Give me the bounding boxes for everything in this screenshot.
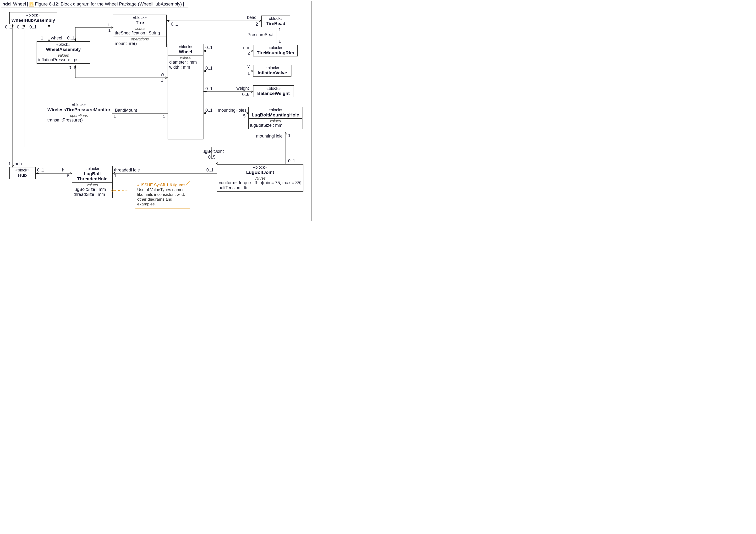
role: threadedHole <box>114 168 140 173</box>
role: wheel <box>51 36 62 41</box>
mult: 1 <box>248 71 250 76</box>
operation-row: transmitPressure() <box>47 118 110 123</box>
stereo: «block» <box>219 165 302 170</box>
mult: 1 <box>288 133 290 138</box>
block-name: TireMountingRim <box>255 50 296 55</box>
role: bead <box>247 15 256 20</box>
block-name: Tire <box>115 20 165 25</box>
package-icon <box>29 2 34 7</box>
role: weight <box>236 86 249 91</box>
stereo: «block» <box>115 15 165 20</box>
mult: 5 <box>67 173 69 179</box>
stereo: «block» <box>255 66 290 70</box>
value-row: lugBoltSize : mm <box>74 187 111 192</box>
mult: 0..1 <box>205 108 213 113</box>
compartment-label: values <box>74 183 111 187</box>
mult: 1 <box>8 161 11 166</box>
mult: 1 <box>41 36 43 41</box>
issue-note: «!ISSUE SysML1.6 figure» Use of ValueTyp… <box>135 181 190 209</box>
block-name: WheelAssembly <box>38 47 89 52</box>
block-name: TireBead <box>263 21 288 26</box>
block-lugboltthreadedhole: «block» LugBolt ThreadedHole values lugB… <box>72 166 113 198</box>
role: t <box>108 22 110 27</box>
role: v <box>248 64 250 69</box>
mult: 1 <box>161 78 163 83</box>
stereo: «block» <box>11 168 34 173</box>
compartment-label: operations <box>115 37 165 41</box>
block-name: Hub <box>11 173 34 178</box>
block-tire: «block» Tire values tireSpecification : … <box>113 14 167 47</box>
block-name: LugBolt ThreadedHole <box>74 171 111 182</box>
value-row: width : mm <box>169 65 202 70</box>
mult: 0..6 <box>242 92 249 97</box>
mult: 0..1 <box>205 86 213 91</box>
value-row: boltTension : lb <box>219 185 302 190</box>
block-name: LugBoltJoint <box>219 170 302 175</box>
value-row: lugBoltSize : mm <box>250 123 301 128</box>
block-name: WheelHubAssembly <box>11 18 55 23</box>
stereo: «block» <box>74 166 111 171</box>
compartment-label: values <box>169 56 202 60</box>
block-name: WirelessTirePressureMonitor <box>47 107 110 112</box>
mult: 1 <box>279 39 281 44</box>
block-tiremountingrim: «block» TireMountingRim <box>253 45 298 56</box>
role: rim <box>243 45 249 50</box>
mult: 0..1 <box>5 25 12 30</box>
frame-package: Wheel <box>13 1 26 7</box>
mult: 1 <box>114 114 116 119</box>
mult: 0..1 <box>288 158 295 164</box>
mult: 0..1 <box>68 65 76 70</box>
frame-bracket-open: [ <box>27 1 28 7</box>
stereo: «block» <box>255 86 292 91</box>
note-body: Use of ValueTypes named like units incon… <box>137 187 188 207</box>
stereo: «block» <box>47 102 110 107</box>
stereo: «block» <box>11 13 55 18</box>
note-corner-icon <box>186 181 190 185</box>
compartment-label: operations <box>47 114 110 118</box>
frame-bracket-close: ] <box>183 1 184 7</box>
value-row: diameter : mm <box>169 60 202 65</box>
compartment-label: values <box>115 27 165 31</box>
role: h <box>62 168 64 173</box>
block-wtpm: «block» WirelessTirePressureMonitor oper… <box>46 102 112 124</box>
stereo: «block» <box>255 45 296 50</box>
mult: 1 <box>114 173 117 179</box>
frame-kind: bdd <box>2 1 11 7</box>
role: mountingHole <box>256 134 283 139</box>
mult: 0..1 <box>67 36 74 41</box>
role: w <box>161 72 164 77</box>
mult: 5 <box>243 114 246 119</box>
stereo: «block» <box>38 42 89 47</box>
block-wheel: «block» Wheel values diameter : mm width… <box>168 44 203 139</box>
note-stereo: «!ISSUE SysML1.6 figure» <box>137 183 188 187</box>
mult: 0..1 <box>171 22 178 27</box>
role: mountingHoles <box>218 108 247 113</box>
mult: 0..1 <box>205 66 213 71</box>
mult: 0..1 <box>17 25 24 30</box>
frame-header: bdd Wheel [ Figure 8-12: Block diagram f… <box>1 1 188 8</box>
value-row: «uniform» torque : ft-lb{min = 75, max =… <box>219 180 302 185</box>
block-name: InflationValve <box>255 70 290 75</box>
assoc-name: PressureSeat <box>248 32 274 37</box>
mult: 0..1 <box>206 168 213 173</box>
value-row: inflationPressure : psi <box>38 57 89 62</box>
stereo: «block» <box>250 108 301 112</box>
mult: 1 <box>108 28 111 33</box>
mult: 0..1 <box>37 168 44 173</box>
block-name: LugBoltMountingHole <box>250 112 301 118</box>
block-wheelassembly: «block» WheelAssembly values inflationPr… <box>37 42 90 64</box>
block-balanceweight: «block» BalanceWeight <box>253 85 294 97</box>
value-row: threadSize : mm <box>74 192 111 197</box>
mult: 1 <box>163 114 165 119</box>
compartment-label: values <box>219 177 302 180</box>
block-tirebead: «block» TireBead <box>261 15 290 27</box>
value-row: tireSpecification : String <box>115 31 165 36</box>
mult: 2 <box>256 22 258 27</box>
block-wheelhubassembly: «block» WheelHubAssembly <box>9 12 57 24</box>
block-name: BalanceWeight <box>255 91 292 96</box>
mult: 1 <box>279 27 281 33</box>
block-lugboltjoint: «block» LugBoltJoint values «uniform» to… <box>217 164 303 191</box>
block-hub: «block» Hub <box>9 167 36 179</box>
assoc-name: BandMount <box>115 108 137 113</box>
compartment-label: values <box>250 119 301 123</box>
